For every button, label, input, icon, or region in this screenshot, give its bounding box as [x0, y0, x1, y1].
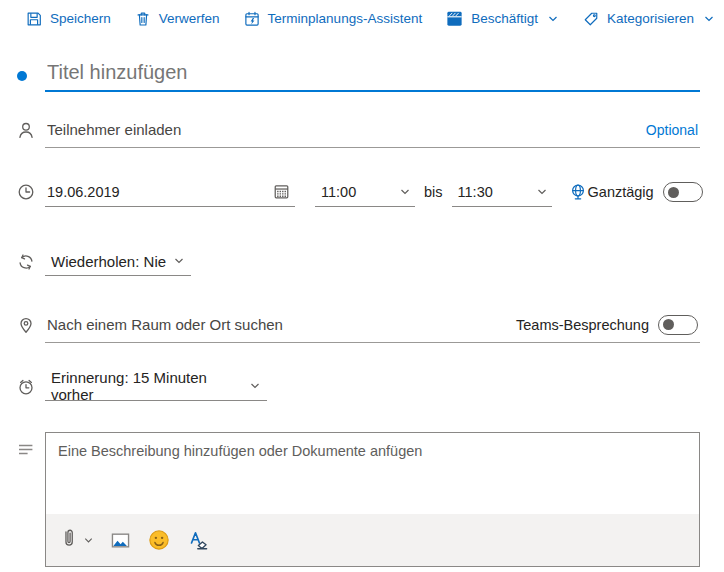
end-time-value: 11:30	[458, 184, 493, 200]
discard-label: Verwerfen	[159, 11, 220, 26]
title-row	[0, 59, 724, 92]
end-time-dropdown[interactable]: 11:30	[452, 177, 552, 207]
repeat-value: Wiederholen: Nie	[51, 253, 166, 270]
chevron-down-icon	[83, 535, 94, 546]
chevron-down-icon	[173, 255, 185, 267]
categorize-label: Kategorisieren	[607, 11, 694, 26]
scheduling-assistant-button[interactable]: Terminplanungs-Assistent	[243, 10, 423, 28]
discard-button[interactable]: Verwerfen	[134, 10, 220, 28]
command-bar: Speichern Verwerfen Terminplanungs-Assis…	[0, 0, 724, 28]
event-color-dot	[17, 71, 27, 81]
categorize-icon	[582, 10, 600, 28]
reminder-row: Erinnerung: 15 Minuten vorher	[0, 372, 724, 401]
datepicker-icon[interactable]	[272, 182, 291, 201]
attendees-input[interactable]	[45, 121, 646, 138]
attach-file-button[interactable]	[58, 527, 94, 553]
teams-meeting-toggle[interactable]	[658, 315, 698, 335]
chevron-down-icon	[249, 380, 261, 392]
attendees-icon	[16, 120, 36, 140]
save-button[interactable]: Speichern	[25, 10, 111, 28]
emoji-button[interactable]	[147, 528, 171, 552]
save-icon	[25, 10, 43, 28]
description-row: Eine Beschreibung hinzufügen oder Dokume…	[0, 432, 724, 567]
clear-format-button[interactable]	[186, 528, 210, 552]
teams-meeting-label: Teams-Besprechung	[516, 317, 649, 333]
insert-image-icon	[109, 529, 132, 552]
repeat-row: Wiederholen: Nie	[0, 247, 724, 276]
teams-meeting-group: Teams-Besprechung	[516, 315, 700, 335]
chevron-down-icon	[547, 13, 559, 25]
attach-icon	[58, 527, 80, 553]
clear-format-icon	[186, 528, 210, 552]
scheduling-assistant-icon	[243, 10, 261, 28]
busy-status-dropdown[interactable]: Beschäftigt	[445, 9, 559, 28]
start-time-dropdown[interactable]: 11:00	[315, 177, 415, 207]
all-day-group: Ganztägig	[588, 182, 703, 202]
timezone-icon[interactable]	[568, 182, 588, 202]
chevron-down-icon	[536, 186, 548, 198]
location-input[interactable]	[45, 316, 516, 333]
chevron-down-icon	[703, 13, 715, 25]
description-editor: Eine Beschreibung hinzufügen oder Dokume…	[45, 432, 700, 567]
editor-toolbar	[46, 514, 699, 566]
description-input[interactable]: Eine Beschreibung hinzufügen oder Dokume…	[46, 433, 699, 514]
title-input[interactable]	[45, 59, 700, 92]
reminder-icon	[16, 377, 36, 397]
chevron-down-icon	[399, 186, 411, 198]
time-separator-label: bis	[424, 184, 443, 200]
reminder-dropdown[interactable]: Erinnerung: 15 Minuten vorher	[45, 372, 267, 401]
description-icon	[16, 440, 36, 460]
insert-image-button[interactable]	[109, 529, 132, 552]
clock-icon	[16, 182, 36, 202]
scheduling-assistant-label: Terminplanungs-Assistent	[268, 11, 423, 26]
all-day-label: Ganztägig	[588, 184, 654, 200]
repeat-dropdown[interactable]: Wiederholen: Nie	[45, 247, 191, 276]
attendees-row: Optional	[0, 112, 724, 148]
discard-icon	[134, 10, 152, 28]
start-date-field	[45, 177, 295, 207]
datetime-row: 11:00 bis 11:30 Ganztägig	[0, 177, 724, 207]
busy-status-label: Beschäftigt	[471, 11, 538, 26]
start-date-input[interactable]	[47, 184, 237, 200]
busy-status-icon	[445, 9, 464, 28]
emoji-icon	[147, 528, 171, 552]
categorize-dropdown[interactable]: Kategorisieren	[582, 10, 715, 28]
reminder-value: Erinnerung: 15 Minuten vorher	[51, 369, 249, 403]
optional-attendees-link[interactable]: Optional	[646, 122, 700, 138]
repeat-icon	[16, 252, 36, 272]
save-label: Speichern	[50, 11, 111, 26]
start-time-value: 11:00	[321, 184, 356, 200]
all-day-toggle[interactable]	[663, 182, 703, 202]
location-row: Teams-Besprechung	[0, 307, 724, 343]
location-icon	[16, 315, 36, 335]
